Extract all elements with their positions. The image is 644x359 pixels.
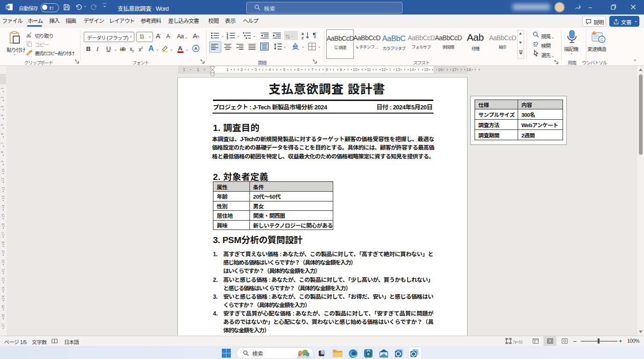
svg-text:Z: Z <box>301 36 304 40</box>
svg-text:G: G <box>600 38 603 42</box>
svg-text:A: A <box>301 32 304 36</box>
svg-text:A: A <box>194 46 198 51</box>
svg-text:3: 3 <box>227 36 228 40</box>
svg-text:W: W <box>6 5 10 9</box>
